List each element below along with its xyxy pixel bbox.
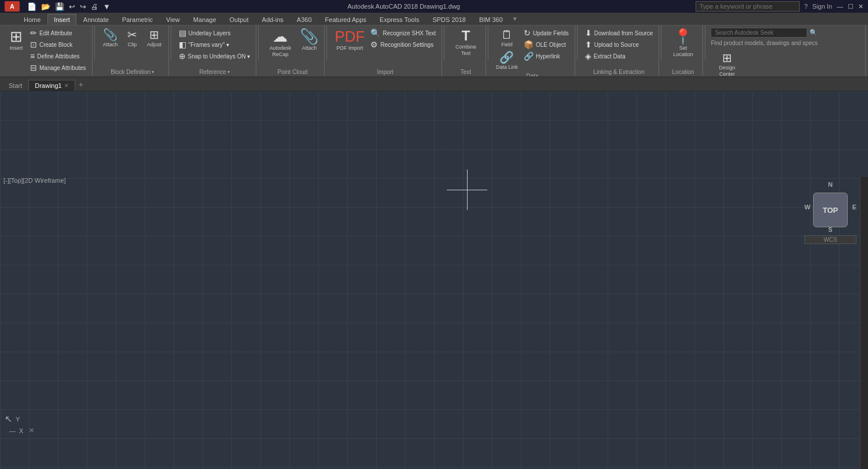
- keyword-search-input[interactable]: [696, 1, 800, 12]
- tab-home[interactable]: Home: [17, 14, 47, 25]
- pdf-import-button[interactable]: PDF PDF Import: [332, 28, 367, 53]
- ribbon-group-text: T Combine Text Text: [446, 25, 486, 76]
- frames-vary-button[interactable]: ◧ "Frames vary" ▾: [176, 39, 253, 50]
- data-right-col: ↻ Update Fields 📦 OLE Object 🔗 Hyperlink: [521, 28, 571, 61]
- data-link-button[interactable]: 🔗 Data Link: [494, 50, 520, 72]
- recognition-settings-button[interactable]: ⚙ Recognition Settings: [368, 39, 438, 50]
- autodesk-seek-search[interactable]: [711, 28, 807, 38]
- create-block-button[interactable]: ⊡ Create Block: [28, 39, 89, 50]
- ribbon-overflow[interactable]: ▼: [512, 16, 518, 22]
- upload-to-source-button[interactable]: ⬆ Upload to Source: [583, 39, 656, 50]
- tab-bim360[interactable]: BIM 360: [473, 14, 509, 25]
- tab-output[interactable]: Output: [223, 14, 255, 25]
- doc-tab-start[interactable]: Start: [2, 80, 28, 91]
- hyperlink-button[interactable]: 🔗 Hyperlink: [521, 51, 571, 61]
- print-button[interactable]: 🖨: [89, 2, 100, 12]
- attach-button[interactable]: 📎 Attach: [100, 28, 121, 49]
- manage-attributes-button[interactable]: ⊟ Manage Attributes: [28, 62, 89, 73]
- compass-west: W: [804, 204, 810, 211]
- qa-dropdown[interactable]: ▼: [101, 2, 112, 12]
- attach-pointcloud-icon: 📎: [300, 29, 318, 44]
- tab-addins[interactable]: Add-ins: [256, 14, 290, 25]
- tab-express-tools[interactable]: Express Tools: [373, 14, 425, 25]
- autodesk-recap-button[interactable]: ☁ Autodesk ReCap: [264, 28, 296, 59]
- adjust-button[interactable]: ⊞ Adjust: [144, 28, 165, 49]
- ribbon-tab-bar: Home Insert Annotate Parametric View Man…: [0, 13, 868, 25]
- tab-annotate[interactable]: Annotate: [77, 14, 115, 25]
- doc-tab-add[interactable]: +: [75, 78, 87, 91]
- recognize-shx-button[interactable]: 🔍 Recognize SHX Text: [368, 28, 438, 38]
- text-group-label: Text: [450, 69, 482, 75]
- block-definition-group-label[interactable]: Block Definition ▾: [100, 69, 165, 75]
- attach-icon: 📎: [103, 29, 117, 40]
- tab-insert[interactable]: Insert: [47, 14, 76, 25]
- attach-pointcloud-button[interactable]: 📎 Attach: [297, 28, 321, 53]
- redo-button[interactable]: ↪: [78, 2, 88, 12]
- close-button[interactable]: ✕: [858, 3, 863, 10]
- ribbon-group-import: PDF PDF Import 🔍 Recognize SHX Text ⚙ Re…: [329, 25, 442, 76]
- recap-icon: ☁: [273, 29, 288, 44]
- field-button[interactable]: 🗒 Field: [494, 28, 520, 49]
- clip-button[interactable]: ✂ Clip: [122, 28, 143, 49]
- tab-parametric[interactable]: Parametric: [116, 14, 159, 25]
- window-title: Autodesk AutoCAD 2018 Drawing1.dwg: [112, 3, 696, 10]
- ribbon-group-location: 📍 Set Location Location: [663, 25, 703, 76]
- help-icon[interactable]: ?: [804, 3, 808, 10]
- import-group-label[interactable]: Import: [332, 69, 438, 75]
- define-attributes-button[interactable]: ≡ Define Attributes: [28, 51, 89, 61]
- title-bar: A 📄 📂 💾 ↩ ↪ 🖨 ▼ Autodesk AutoCAD 2018 Dr…: [0, 0, 868, 13]
- combine-text-button[interactable]: T Combine Text: [450, 28, 482, 58]
- drawing-area[interactable]: [-][Top][2D Wireframe] N S E W TOP WCS ↖…: [0, 91, 868, 469]
- doc-tab-drawing1[interactable]: Drawing1 ✕: [28, 80, 75, 91]
- edit-attribute-button[interactable]: ✏ Edit Attribute: [28, 28, 89, 38]
- nav-cube-face[interactable]: TOP: [813, 193, 848, 227]
- minimize-button[interactable]: —: [837, 3, 843, 10]
- sign-in-button[interactable]: Sign In: [812, 3, 832, 10]
- undo-button[interactable]: ↩: [67, 2, 77, 12]
- point-cloud-group-label[interactable]: Point Cloud: [264, 69, 321, 75]
- edit-attribute-icon: ✏: [30, 28, 37, 38]
- tab-manage[interactable]: Manage: [187, 14, 223, 25]
- tab-spds[interactable]: SPDS 2018: [426, 14, 472, 25]
- drawing-canvas: [0, 91, 868, 469]
- manage-attributes-icon: ⊟: [30, 63, 37, 72]
- ribbon-group-linking: ⬇ Download from Source ⬆ Upload to Sourc…: [579, 25, 660, 76]
- snap-underlays-button[interactable]: ⊕ Snap to Underlays ON ▾: [176, 51, 253, 61]
- linking-col: ⬇ Download from Source ⬆ Upload to Sourc…: [583, 28, 656, 61]
- reference-col: ▤ Underlay Layers ◧ "Frames vary" ▾ ⊕ Sn…: [176, 28, 253, 61]
- viewport-label: [-][Top][2D Wireframe]: [3, 177, 66, 184]
- data-link-icon: 🔗: [499, 51, 514, 63]
- save-button[interactable]: 💾: [53, 2, 66, 12]
- ribbon-group-reference: ▤ Underlay Layers ◧ "Frames vary" ▾ ⊕ Sn…: [173, 25, 257, 76]
- coord-close[interactable]: ✕: [29, 427, 34, 434]
- coordinate-display: ↖ Y — X ✕: [5, 413, 34, 434]
- open-button[interactable]: 📂: [39, 2, 52, 12]
- extract-data-button[interactable]: ◈ Extract Data: [583, 51, 656, 61]
- combine-text-icon: T: [462, 29, 470, 43]
- tab-featured-apps[interactable]: Featured Apps: [319, 14, 373, 25]
- ribbon-group-block: ⊞ Insert ✏ Edit Attribute ⊡ Create Block…: [2, 25, 93, 76]
- set-location-button[interactable]: 📍 Set Location: [667, 28, 699, 59]
- update-fields-button[interactable]: ↻ Update Fields: [521, 28, 571, 38]
- insert-button[interactable]: ⊞ Insert: [6, 28, 27, 53]
- download-from-source-button[interactable]: ⬇ Download from Source: [583, 28, 656, 38]
- app-menu-button[interactable]: A: [5, 1, 20, 12]
- underlay-layers-button[interactable]: ▤ Underlay Layers: [176, 28, 253, 38]
- ribbon-group-data: 🗒 Field 🔗 Data Link ↻ Update Fields 📦 OL…: [490, 25, 575, 76]
- frames-vary-icon: ◧: [179, 40, 186, 49]
- tab-view[interactable]: View: [160, 14, 186, 25]
- snap-underlays-icon: ⊕: [179, 51, 186, 61]
- update-fields-icon: ↻: [524, 28, 531, 38]
- new-button[interactable]: 📄: [25, 2, 38, 12]
- seek-search-button[interactable]: 🔍: [810, 29, 818, 36]
- maximize-button[interactable]: ☐: [848, 3, 854, 10]
- vertical-scrollbar[interactable]: [860, 177, 868, 469]
- tab-a360[interactable]: A360: [290, 14, 318, 25]
- ole-object-button[interactable]: 📦 OLE Object: [521, 39, 571, 50]
- create-block-icon: ⊡: [30, 40, 37, 49]
- design-center-button[interactable]: ⊞ Design Center: [711, 51, 743, 77]
- insert-icon: ⊞: [10, 29, 23, 44]
- reference-group-label[interactable]: Reference ▾: [176, 69, 253, 75]
- doc-tab-close[interactable]: ✕: [64, 83, 69, 88]
- hyperlink-icon: 🔗: [524, 51, 534, 61]
